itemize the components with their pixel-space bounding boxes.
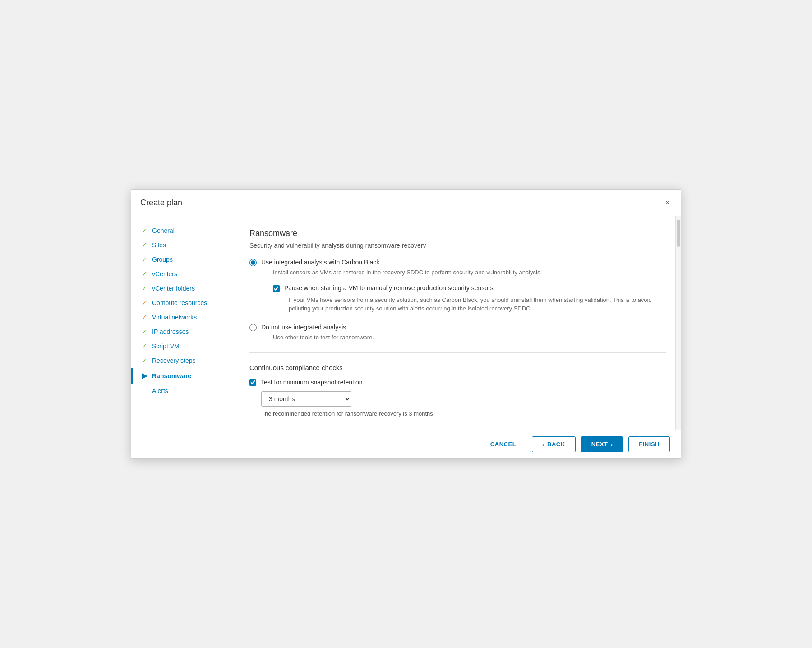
back-label: BACK: [547, 441, 565, 448]
radio-integrated-label[interactable]: Use integrated analysis with Carbon Blac…: [261, 259, 379, 266]
dialog-footer: CANCEL ‹ BACK NEXT › FINISH: [131, 430, 681, 458]
pause-checkbox-label[interactable]: Pause when starting a VM to manually rem…: [284, 284, 494, 292]
sidebar-icon-virtual-networks: ✓: [140, 314, 148, 321]
scrollbar-thumb: [677, 220, 680, 247]
sidebar-item-vcenter-folders[interactable]: ✓vCenter folders: [131, 281, 235, 296]
retention-dropdown-wrapper: 1 month2 months3 months6 months12 months: [261, 391, 666, 407]
next-label: NEXT: [591, 441, 608, 448]
sidebar-label-vcenters: vCenters: [152, 270, 177, 278]
sidebar-icon-compute-resources: ✓: [140, 299, 148, 306]
dialog-body: ✓General✓Sites✓Groups✓vCenters✓vCenter f…: [131, 216, 681, 430]
create-plan-dialog: Create plan × ✓General✓Sites✓Groups✓vCen…: [131, 189, 681, 459]
sidebar-icon-sites: ✓: [140, 241, 148, 249]
sidebar-label-virtual-networks: Virtual networks: [152, 314, 197, 321]
back-icon: ‹: [542, 441, 544, 448]
sidebar-label-vcenter-folders: vCenter folders: [152, 285, 195, 292]
sidebar-item-virtual-networks[interactable]: ✓Virtual networks: [131, 310, 235, 324]
sidebar-label-recovery-steps: Recovery steps: [152, 357, 195, 364]
finish-button[interactable]: FINISH: [628, 436, 670, 452]
radio-integrated-input[interactable]: [249, 259, 257, 266]
sidebar-icon-recovery-steps: ✓: [140, 357, 148, 364]
sidebar-label-ransomware: Ransomware: [152, 372, 191, 380]
sidebar-icon-ip-addresses: ✓: [140, 328, 148, 335]
sidebar-item-sites[interactable]: ✓Sites: [131, 238, 235, 252]
sidebar-item-compute-resources[interactable]: ✓Compute resources: [131, 296, 235, 310]
compliance-title: Continuous compliance checks: [249, 364, 666, 371]
scrollbar[interactable]: [675, 216, 681, 430]
radio-no-analysis-desc: Use other tools to test for ransomware.: [273, 333, 374, 342]
sidebar-label-sites: Sites: [152, 241, 166, 249]
retention-note: The recommended retention for ransomware…: [261, 410, 666, 417]
radio-no-analysis: Do not use integrated analysis Use other…: [249, 323, 666, 342]
snapshot-checkbox-input[interactable]: [249, 379, 256, 386]
next-icon: ›: [610, 441, 613, 448]
section-divider: [249, 352, 666, 353]
sidebar-item-ip-addresses[interactable]: ✓IP addresses: [131, 324, 235, 339]
back-button[interactable]: ‹ BACK: [532, 436, 576, 452]
pause-checkbox-desc: If your VMs have sensors from a security…: [289, 296, 666, 313]
sidebar-item-script-vm[interactable]: ✓Script VM: [131, 339, 235, 353]
snapshot-checkbox-label[interactable]: Test for minimum snapshot retention: [261, 379, 363, 386]
sidebar-label-script-vm: Script VM: [152, 343, 180, 350]
sidebar: ✓General✓Sites✓Groups✓vCenters✓vCenter f…: [131, 216, 235, 430]
sidebar-item-recovery-steps[interactable]: ✓Recovery steps: [131, 353, 235, 368]
sidebar-icon-general: ✓: [140, 227, 148, 234]
radio-no-analysis-input[interactable]: [249, 324, 257, 331]
close-button[interactable]: ×: [663, 197, 672, 208]
pause-checkbox-row: Pause when starting a VM to manually rem…: [273, 284, 666, 292]
radio-integrated: Use integrated analysis with Carbon Blac…: [249, 258, 666, 313]
retention-select[interactable]: 1 month2 months3 months6 months12 months: [261, 391, 351, 407]
sidebar-item-alerts[interactable]: Alerts: [131, 384, 235, 398]
sidebar-icon-script-vm: ✓: [140, 343, 148, 350]
next-button[interactable]: NEXT ›: [581, 436, 623, 452]
sidebar-icon-groups: ✓: [140, 256, 148, 263]
radio-integrated-desc: Install sensors as VMs are restored in t…: [273, 268, 666, 277]
sidebar-label-general: General: [152, 227, 175, 234]
snapshot-checkbox-row: Test for minimum snapshot retention: [249, 379, 666, 386]
section-subtitle: Security and vulnerability analysis duri…: [249, 242, 666, 249]
dialog-header: Create plan ×: [131, 190, 681, 216]
section-title: Ransomware: [249, 229, 666, 238]
sidebar-label-ip-addresses: IP addresses: [152, 328, 189, 335]
sidebar-label-compute-resources: Compute resources: [152, 299, 207, 306]
sidebar-label-alerts: Alerts: [152, 387, 168, 394]
sidebar-item-vcenters[interactable]: ✓vCenters: [131, 267, 235, 281]
sidebar-label-groups: Groups: [152, 256, 173, 263]
radio-no-analysis-label[interactable]: Do not use integrated analysis: [261, 324, 346, 331]
dialog-title: Create plan: [140, 198, 182, 208]
sidebar-item-general[interactable]: ✓General: [131, 223, 235, 238]
main-wrapper: Ransomware Security and vulnerability an…: [235, 216, 681, 430]
cancel-button[interactable]: CANCEL: [480, 436, 526, 452]
pause-checkbox-input[interactable]: [273, 285, 280, 292]
sidebar-item-groups[interactable]: ✓Groups: [131, 252, 235, 267]
sidebar-icon-vcenters: ✓: [140, 270, 148, 278]
sidebar-icon-vcenter-folders: ✓: [140, 285, 148, 292]
main-content: Ransomware Security and vulnerability an…: [235, 216, 681, 430]
sidebar-icon-ransomware: ▶: [140, 371, 148, 380]
sidebar-item-ransomware[interactable]: ▶Ransomware: [131, 368, 235, 384]
